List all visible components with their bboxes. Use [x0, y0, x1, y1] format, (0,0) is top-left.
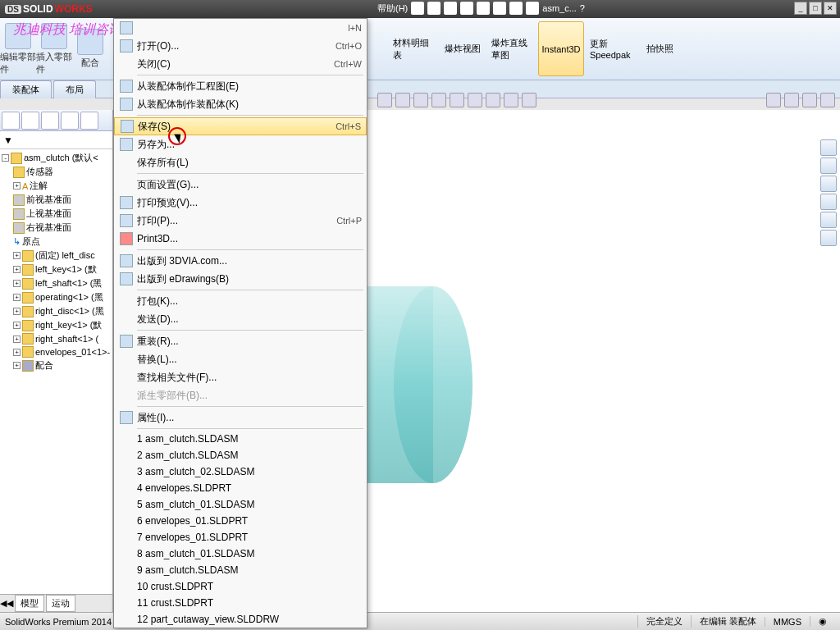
menu-pack[interactable]: 打包(K)...: [114, 292, 367, 310]
task-view-icon[interactable]: [820, 194, 837, 210]
task-library-icon[interactable]: [820, 158, 837, 174]
close-button[interactable]: ✕: [824, 2, 837, 15]
menu-save-all[interactable]: 保存所有(L): [114, 153, 367, 171]
view-orient-icon[interactable]: [450, 93, 464, 107]
task-appearance-icon[interactable]: [820, 212, 837, 228]
file-menu: l+N 打开(O)...Ctrl+O 关闭(C)Ctrl+W 从装配体制作工程图…: [113, 18, 368, 628]
title-bar: DS SOLIDWORKS 帮助(H) asm_c... ? _ □ ✕: [0, 0, 840, 18]
filter-icon[interactable]: ▼: [3, 135, 13, 146]
menu-derived: 派生零部件(B)...: [114, 386, 367, 404]
options-icon[interactable]: [526, 2, 539, 15]
edit-component-button[interactable]: 编辑零部件: [0, 18, 36, 80]
mdi-restore-icon[interactable]: [784, 93, 799, 107]
bom-button[interactable]: 材料明细表: [390, 21, 436, 76]
recent-item[interactable]: 8 asm_clutch_01.SLDASM: [114, 546, 367, 562]
menu-save[interactable]: 保存(S)Ctrl+S: [114, 117, 367, 135]
feature-manager: ▼ -asm_clutch (默认< 传感器 +A 注解 前视基准面 上视基准面…: [0, 110, 113, 612]
recent-item[interactable]: 7 envelopes_01.SLDPRT: [114, 529, 367, 546]
view-settings-icon[interactable]: [522, 93, 536, 107]
task-explorer-icon[interactable]: [820, 176, 837, 192]
task-pane: [820, 139, 838, 246]
view-toolbar: [377, 93, 536, 107]
menu-find-refs[interactable]: 查找相关文件(F)...: [114, 368, 367, 386]
rebuild-icon[interactable]: [509, 2, 523, 15]
menu-reload[interactable]: 重装(R)...: [114, 332, 367, 350]
recent-item[interactable]: 9 asm_clutch.SLDASM: [114, 562, 367, 578]
zoom-area-icon[interactable]: [395, 93, 410, 107]
fm-tab-3[interactable]: [41, 112, 59, 130]
quick-access-toolbar: 帮助(H) asm_c... ?: [377, 2, 585, 15]
recent-item[interactable]: 4 envelopes.SLDPRT: [114, 480, 367, 496]
print-icon[interactable]: [460, 2, 473, 15]
status-definition: 完全定义: [637, 615, 691, 628]
insert-component-button[interactable]: 插入零部件: [36, 18, 72, 80]
fm-tab-1[interactable]: [2, 112, 20, 130]
fm-tab-5[interactable]: [80, 112, 98, 130]
exploded-line-button[interactable]: 爆炸直线草图: [489, 21, 535, 76]
recent-item[interactable]: 6 envelopes_01.SLDPRT: [114, 513, 367, 529]
help-icon[interactable]: ?: [580, 3, 585, 13]
minimize-button[interactable]: _: [794, 2, 807, 15]
snapshot-button[interactable]: 拍快照: [637, 21, 682, 76]
app-logo: DS SOLIDWORKS: [0, 3, 98, 15]
tab-layout[interactable]: 布局: [53, 80, 96, 98]
doc-name: asm_c...: [542, 3, 577, 13]
select-icon[interactable]: [493, 2, 506, 15]
save-icon[interactable]: [444, 2, 457, 15]
open-icon[interactable]: [427, 2, 441, 15]
menu-publish-edrawings[interactable]: 出版到 eDrawings(B): [114, 270, 367, 288]
ds-badge: DS: [5, 5, 21, 14]
maximize-button[interactable]: □: [809, 2, 822, 15]
tab-motion[interactable]: 运动: [46, 595, 75, 612]
recent-item[interactable]: 12 part_cutaway_view.SLDDRW: [114, 611, 367, 628]
recent-item[interactable]: 10 crust.SLDPRT: [114, 578, 367, 595]
undo-icon[interactable]: [477, 2, 490, 15]
tab-arrow-left[interactable]: ◀◀: [0, 598, 13, 609]
new-icon[interactable]: [411, 2, 424, 15]
status-units[interactable]: MMGS: [765, 617, 810, 627]
fm-tab-2[interactable]: [21, 112, 39, 130]
menu-publish-3dvia[interactable]: 出版到 3DVIA.com...: [114, 252, 367, 270]
task-props-icon[interactable]: [820, 230, 837, 246]
menu-close[interactable]: 关闭(C)Ctrl+W: [114, 55, 367, 73]
menu-properties[interactable]: 属性(I)...: [114, 409, 367, 427]
display-style-icon[interactable]: [468, 93, 482, 107]
section-view-icon[interactable]: [431, 93, 446, 107]
fm-tabs: [0, 110, 112, 131]
menu-save-as[interactable]: 另存为...: [114, 135, 367, 153]
menu-replace[interactable]: 替换(L)...: [114, 350, 367, 368]
menu-make-drawing[interactable]: 从装配体制作工程图(E): [114, 77, 367, 95]
scene-icon[interactable]: [504, 93, 518, 107]
fm-filter-bar: ▼: [0, 131, 112, 149]
recent-item[interactable]: 5 asm_clutch_01.SLDASM: [114, 496, 367, 513]
prev-view-icon[interactable]: [413, 93, 428, 107]
recent-item[interactable]: 3 asm_clutch_02.SLDASM: [114, 463, 367, 480]
mdi-max-icon[interactable]: [802, 93, 817, 107]
tab-model[interactable]: 模型: [15, 595, 44, 612]
tab-assembly[interactable]: 装配体: [0, 80, 52, 98]
help-menu[interactable]: 帮助(H): [377, 2, 408, 15]
menu-print-preview[interactable]: 打印预览(V)...: [114, 194, 367, 212]
mdi-close-icon[interactable]: [820, 93, 835, 107]
feature-tree[interactable]: -asm_clutch (默认< 传感器 +A 注解 前视基准面 上视基准面 右…: [0, 149, 112, 594]
menu-open[interactable]: 打开(O)...Ctrl+O: [114, 37, 367, 55]
status-extra-icon[interactable]: ◉: [810, 616, 835, 627]
task-resources-icon[interactable]: [820, 139, 837, 156]
fm-tab-4[interactable]: [61, 112, 79, 130]
menu-new[interactable]: l+N: [114, 19, 367, 37]
menu-make-assembly[interactable]: 从装配体制作装配体(K): [114, 95, 367, 113]
mdi-min-icon[interactable]: [766, 93, 781, 107]
recent-item[interactable]: 2 asm_clutch.SLDASM: [114, 447, 367, 463]
exploded-view-button[interactable]: 爆炸视图: [440, 21, 486, 76]
recent-item[interactable]: 1 asm_clutch.SLDASM: [114, 431, 367, 447]
instant3d-button[interactable]: Instant3D: [538, 21, 584, 76]
menu-page-setup[interactable]: 页面设置(G)...: [114, 176, 367, 194]
zoom-fit-icon[interactable]: [377, 93, 392, 107]
mate-button[interactable]: 配合: [72, 18, 108, 80]
menu-print[interactable]: 打印(P)...Ctrl+P: [114, 212, 367, 230]
speedpak-button[interactable]: 更新Speedpak: [587, 21, 633, 76]
menu-print3d[interactable]: Print3D...: [114, 230, 367, 248]
recent-item[interactable]: 11 crust.SLDPRT: [114, 595, 367, 611]
hide-show-icon[interactable]: [486, 93, 500, 107]
menu-send[interactable]: 发送(D)...: [114, 310, 367, 328]
